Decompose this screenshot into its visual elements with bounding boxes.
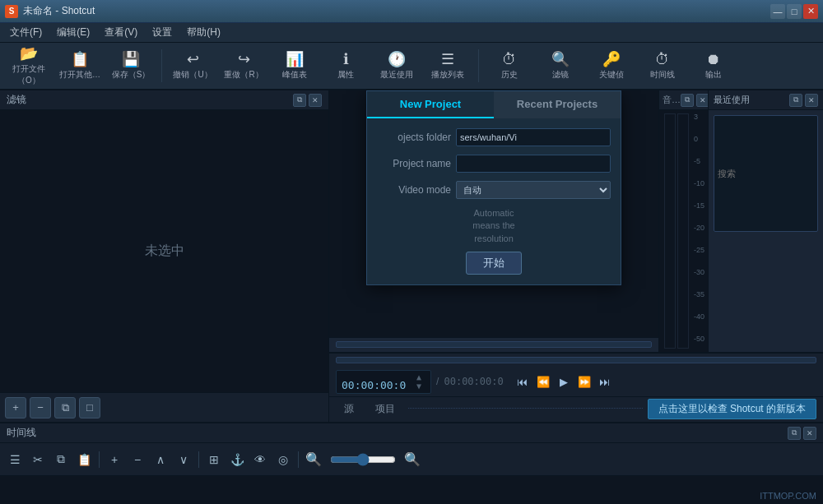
toolbar-btn-6[interactable]: ℹ属性: [323, 45, 368, 86]
transport-start-btn[interactable]: ⏮: [514, 372, 532, 391]
transport-controls: ⏮ ⏪ ▶ ⏩ ⏭: [514, 372, 614, 391]
menu-item[interactable]: 文件(F): [3, 24, 49, 41]
source-tab[interactable]: 源: [336, 400, 362, 418]
transport-play-btn[interactable]: ▶: [555, 372, 573, 391]
filter-copy-btn[interactable]: ⧉: [54, 397, 76, 418]
dialog-content: ojects folder Project name Video mode: [367, 118, 621, 284]
toolbar-btn-8[interactable]: ☰播放列表: [425, 45, 470, 86]
app-icon: S: [5, 5, 18, 18]
tl-sep-3: [298, 451, 299, 468]
toolbar-btn-7[interactable]: 🕐最近使用: [374, 45, 419, 86]
mode-label: Video mode: [377, 184, 451, 196]
toolbar-btn-3[interactable]: ↩撤销（U）: [170, 45, 215, 86]
toolbar-btn-4[interactable]: ↪重做（R）: [221, 45, 266, 86]
filter-title: 滤镜: [7, 93, 26, 107]
timeline-header: 时间线 ⧉ ✕: [0, 423, 823, 443]
tl-down-btn[interactable]: ∨: [174, 450, 193, 469]
recent-panel-controls: ⧉ ✕: [789, 94, 818, 107]
menu-item[interactable]: 查看(V): [98, 24, 144, 41]
filter-paste-btn[interactable]: □: [79, 397, 100, 418]
menu-item[interactable]: 编辑(E): [50, 24, 96, 41]
transport-prev-btn[interactable]: ⏪: [534, 372, 552, 391]
menu-item[interactable]: 设置: [146, 24, 179, 41]
timecode-display: 00:00:00:0 ▲▼: [336, 370, 431, 394]
folder-input[interactable]: [456, 128, 611, 146]
tl-ripple-btn[interactable]: ◎: [273, 450, 293, 469]
maximize-button[interactable]: □: [787, 4, 802, 19]
timeline-close-btn[interactable]: ✕: [803, 427, 816, 440]
close-button[interactable]: ✕: [803, 4, 818, 19]
bottom-controls: 00:00:00:0 ▲▼ / 00:00:00:0 ⏮ ⏪ ▶ ⏩ ⏭ 源: [329, 352, 823, 422]
name-row: Project name: [377, 155, 611, 173]
tl-add-btn[interactable]: +: [105, 450, 124, 469]
filter-preview: 未选中: [0, 110, 328, 392]
transport-end-btn[interactable]: ⏭: [596, 372, 614, 391]
tl-menu-btn[interactable]: ☰: [5, 450, 25, 469]
transport-row: 00:00:00:0 ▲▼ / 00:00:00:0 ⏮ ⏪ ▶ ⏩ ⏭: [329, 367, 823, 396]
dialog-overlay: New Project Recent Projects ojects folde…: [329, 90, 658, 352]
app-window: S 未命名 - Shotcut — □ ✕ 文件(F)编辑(E)查看(V)设置帮…: [0, 0, 823, 504]
timeline-title: 时间线: [7, 426, 36, 440]
tl-grid-btn[interactable]: ⊞: [204, 450, 224, 469]
tl-remove-btn[interactable]: −: [128, 450, 147, 469]
start-button[interactable]: 开始: [466, 252, 522, 275]
filter-close-btn[interactable]: ✕: [309, 94, 322, 107]
meter-bar-left: [664, 113, 676, 349]
tl-preview-btn[interactable]: 👁: [250, 450, 270, 469]
timeline-section: 时间线 ⧉ ✕ ☰ ✂ ⧉ 📋 + − ∧ ∨ ⊞ ⚓ 👁 ◎ 🔍 🔍: [0, 422, 823, 504]
tl-zoom-out-btn[interactable]: 🔍: [304, 450, 323, 469]
title-bar-left: S 未命名 - Shotcut: [5, 4, 95, 18]
recent-close-btn[interactable]: ✕: [805, 94, 818, 107]
filter-expand-btn[interactable]: ⧉: [293, 94, 306, 107]
title-bar: S 未命名 - Shotcut — □ ✕: [0, 0, 823, 23]
filter-add-btn[interactable]: +: [5, 397, 26, 418]
minimize-button[interactable]: —: [770, 4, 785, 19]
toolbar-separator: [161, 49, 162, 82]
tl-copy-btn[interactable]: ⧉: [51, 450, 71, 469]
toolbar-btn-1[interactable]: 📋打开其他…: [58, 45, 102, 86]
toolbar-btn-2[interactable]: 💾保存（S）: [109, 45, 153, 86]
recent-list: [709, 237, 823, 352]
zoom-slider[interactable]: [330, 453, 396, 466]
tl-up-btn[interactable]: ∧: [151, 450, 170, 469]
recent-title: 最近使用: [714, 94, 750, 106]
video-mode-select[interactable]: 自动: [456, 181, 611, 199]
recent-search-input[interactable]: [714, 115, 818, 232]
meter-bar-right: [677, 113, 689, 349]
transport-next-btn[interactable]: ⏩: [575, 372, 593, 391]
timeline-expand-btn[interactable]: ⧉: [788, 427, 801, 440]
tl-paste-btn[interactable]: 📋: [74, 450, 94, 469]
filter-panel: 滤镜 ⧉ ✕ 未选中 + − ⧉ □: [0, 90, 329, 422]
audio-meter-area: 3 0 -5 -10 -15 -20 -25 -30 -35 -40 -50: [659, 110, 708, 352]
menu-item[interactable]: 帮助(H): [180, 24, 227, 41]
update-button[interactable]: 点击这里以检查 Shotcut 的新版本: [648, 399, 816, 419]
toolbar-btn-0[interactable]: 📂打开文件（O）: [7, 45, 51, 86]
filter-preview-text: 未选中: [145, 243, 184, 260]
audio-expand-btn[interactable]: ⧉: [681, 94, 694, 107]
filter-panel-controls: ⧉ ✕: [293, 94, 322, 107]
toolbar-btn-13[interactable]: ⏺输出: [691, 45, 736, 86]
timeline-toolbar: ☰ ✂ ⧉ 📋 + − ∧ ∨ ⊞ ⚓ 👁 ◎ 🔍 🔍: [0, 443, 823, 476]
tl-cut-btn[interactable]: ✂: [28, 450, 48, 469]
toolbar-btn-12[interactable]: ⏱时间线: [640, 45, 685, 86]
tab-row: 源 项目 点击这里以检查 Shotcut 的新版本: [329, 396, 823, 421]
tab-recent-projects[interactable]: Recent Projects: [494, 91, 621, 118]
toolbar-btn-5[interactable]: 📊峰值表: [272, 45, 317, 86]
recent-header: 最近使用 ⧉ ✕: [709, 90, 823, 110]
filter-remove-btn[interactable]: −: [30, 397, 51, 418]
tl-snap-btn[interactable]: ⚓: [227, 450, 247, 469]
tab-new-project[interactable]: New Project: [367, 91, 494, 118]
toolbar-btn-11[interactable]: 🔑关键侦: [589, 45, 634, 86]
project-tab[interactable]: 项目: [367, 400, 403, 418]
tl-sep-2: [198, 451, 199, 468]
watermark: ITTMOP.COM: [760, 491, 816, 501]
timeline-panel-controls: ⧉ ✕: [788, 427, 816, 440]
project-name-input[interactable]: [456, 155, 611, 173]
audio-title: 音…: [663, 94, 681, 106]
title-controls: — □ ✕: [770, 4, 818, 19]
recent-expand-btn[interactable]: ⧉: [789, 94, 802, 107]
tl-zoom-in-btn[interactable]: 🔍: [402, 450, 422, 469]
upper-panels: New Project Recent Projects ojects folde…: [329, 90, 823, 352]
toolbar-btn-10[interactable]: 🔍滤镜: [538, 45, 583, 86]
toolbar-btn-9[interactable]: ⏱历史: [487, 45, 532, 86]
